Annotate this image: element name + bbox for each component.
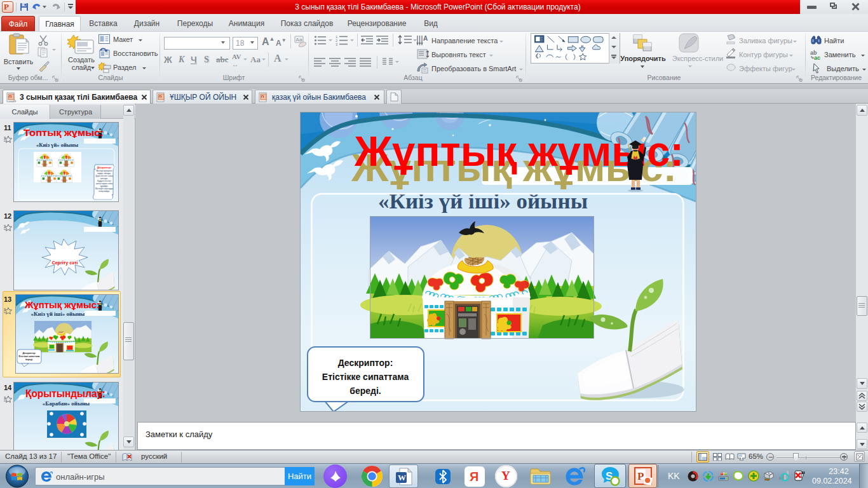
- svg-text:«Киіз үй» ойыны: «Киіз үй» ойыны: [36, 142, 78, 148]
- svg-text:Аа: Аа: [296, 37, 302, 43]
- svg-text:ac: ac: [814, 55, 820, 60]
- svg-text:Етістікке сипаттама: Етістікке сипаттама: [18, 355, 39, 358]
- svg-text:Қорытындылау:: Қорытындылау:: [25, 388, 105, 400]
- svg-text:«Киіз үй іші» ойыны: «Киіз үй іші» ойыны: [31, 311, 85, 317]
- svg-text:талқылайды.: талқылайды.: [98, 190, 110, 193]
- svg-text:Жұптық жұмыс:: Жұптық жұмыс:: [24, 299, 100, 310]
- svg-text:А: А: [423, 35, 428, 42]
- svg-text:Киіз үйі: Киіз үйі: [42, 163, 48, 166]
- svg-text:W: W: [398, 473, 406, 482]
- svg-text:Дескриптор:: Дескриптор:: [23, 352, 36, 355]
- svg-text:Дескриптор:: Дескриптор:: [338, 358, 393, 368]
- svg-text:Сергіту сәті: Сергіту сәті: [52, 261, 78, 266]
- svg-text:P: P: [637, 470, 644, 482]
- svg-text:береді.: береді.: [349, 386, 381, 396]
- svg-text:«Барабан» ойыны: «Барабан» ойыны: [43, 400, 90, 407]
- svg-text:Дескриптор:: Дескриптор:: [97, 166, 111, 169]
- svg-text:Етістікке сипаттама: Етістікке сипаттама: [322, 372, 409, 382]
- svg-text:береді.: береді.: [25, 358, 33, 361]
- svg-text:Топтық жұмыс:: Топтық жұмыс:: [24, 127, 104, 138]
- svg-text:3: 3: [336, 43, 338, 46]
